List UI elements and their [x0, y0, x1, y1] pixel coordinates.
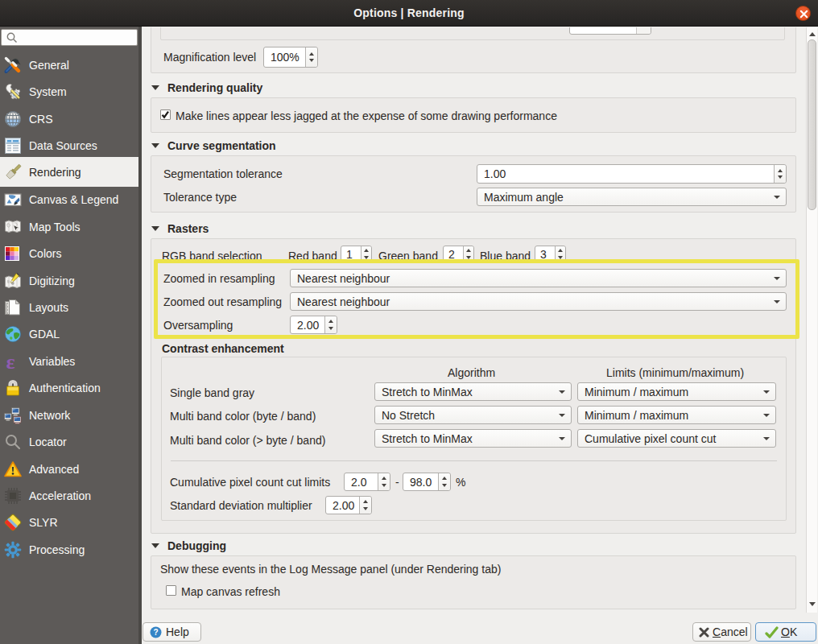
- svg-text:?: ?: [153, 628, 158, 637]
- svg-text:ε: ε: [6, 352, 15, 371]
